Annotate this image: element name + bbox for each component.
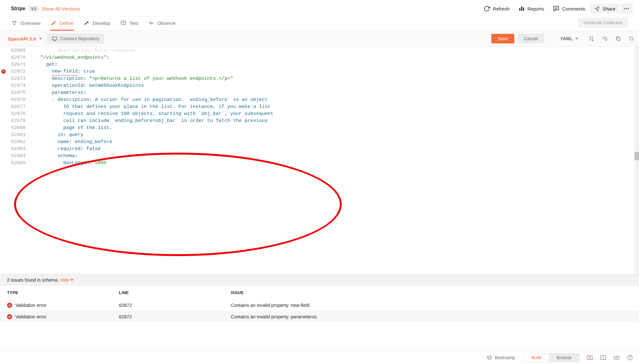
search-icon[interactable] (628, 35, 635, 42)
code-line[interactable]: description: "<p>Returns a list of your … (29, 75, 639, 82)
line-number: 62873 (2, 75, 26, 82)
api-name: Stripe (11, 6, 25, 11)
reports-button[interactable]: Reports (515, 4, 548, 14)
chevron-down-icon (39, 38, 42, 40)
svg-rect-18 (617, 38, 620, 41)
code-editor[interactable]: 6286962870628716287262873628746287562876… (0, 47, 639, 274)
svg-rect-25 (614, 356, 620, 359)
header: Stripe V3 Show All Versions Refresh Repo… (0, 0, 639, 16)
tab-test[interactable]: Test (120, 16, 139, 31)
svg-point-30 (618, 357, 618, 358)
build-browse-toggle: Build Browse (523, 353, 580, 362)
svg-rect-22 (590, 356, 592, 360)
line-number: 62869 (2, 47, 26, 54)
layout-icon[interactable] (600, 354, 606, 361)
code-line[interactable]: ID that defines your place in the list. … (29, 103, 639, 110)
refresh-icon (484, 5, 490, 12)
build-tab[interactable]: Build (524, 353, 549, 362)
col-issue: ISSUE (231, 290, 632, 295)
tabs: Overview Define Develop Test Observe (0, 16, 639, 31)
line-number: 62874 (2, 82, 26, 89)
code-line[interactable]: in: query (29, 132, 639, 139)
comments-icon (553, 5, 559, 12)
code-line[interactable]: page of the list. (29, 125, 639, 132)
code-line[interactable]: new-field: true (29, 68, 639, 75)
tab-define-label: Define (60, 20, 74, 26)
tab-overview[interactable]: Overview (11, 16, 41, 31)
footer: Bootcamp Build Browse (0, 351, 639, 364)
refresh-button[interactable]: Refresh (480, 4, 513, 14)
code-line[interactable]: maxLength: 5000 (29, 160, 639, 167)
col-line: LINE (119, 290, 231, 295)
line-number: 62880 (2, 125, 26, 132)
version-chip[interactable]: V3 (28, 6, 39, 12)
browse-tab[interactable]: Browse (549, 353, 579, 362)
share-button[interactable]: Share (590, 4, 619, 13)
line-number: 62879 (2, 118, 26, 125)
generate-collection-button[interactable]: Generate Collection (578, 18, 628, 28)
line-number: 62883 (2, 146, 26, 153)
copy-icon[interactable] (615, 35, 622, 42)
code-line[interactable]: - description: A cursor for use in pagin… (29, 96, 639, 103)
error-marker-icon[interactable] (1, 69, 6, 74)
svg-point-28 (616, 357, 616, 358)
beautify-icon[interactable] (588, 35, 595, 42)
issue-row[interactable]: Validation error62872Contains an invalid… (0, 300, 639, 311)
define-icon (51, 20, 57, 26)
connect-repo-label: Connect Repository (60, 36, 99, 41)
code-line[interactable]: call can include `ending_before=obj_bar`… (29, 118, 639, 125)
tab-test-label: Test (129, 20, 138, 26)
code-line[interactable]: parameterss: (29, 89, 639, 96)
svg-point-9 (15, 21, 17, 23)
comments-button[interactable]: Comments (549, 4, 589, 14)
line-number: 62870 (2, 54, 26, 61)
line-number: 62884 (2, 153, 26, 160)
repository-icon (52, 36, 58, 42)
svg-line-20 (633, 40, 634, 41)
language-dropdown[interactable]: YAML (557, 36, 581, 41)
code-line[interactable]: schema: (29, 153, 639, 160)
code-line[interactable]: request and receive 100 objects, startin… (29, 110, 639, 118)
help-icon[interactable] (627, 354, 633, 361)
col-type: TYPE (7, 290, 119, 295)
two-pane-icon[interactable] (587, 354, 593, 361)
refresh-label: Refresh (493, 6, 510, 11)
spec-dropdown[interactable]: OpenAPI 3.0 (6, 35, 44, 43)
issue-line: 62872 (119, 303, 231, 308)
scrollbar-vertical[interactable] (635, 47, 639, 274)
issue-row[interactable]: Validation error62872Contains an invalid… (0, 311, 639, 322)
keyboard-icon[interactable] (613, 354, 620, 361)
chevron-down-icon (70, 279, 74, 281)
line-number: 62881 (2, 132, 26, 139)
chevron-down-icon (575, 38, 578, 40)
scroll-thumb[interactable] (635, 152, 639, 160)
svg-rect-2 (523, 8, 524, 11)
code-line[interactable]: required: false (29, 146, 639, 153)
hide-issues-link[interactable]: Hide (60, 277, 74, 283)
code-line[interactable]: get: (29, 61, 639, 68)
code-line[interactable]: description: Error response. (29, 47, 639, 54)
show-all-versions-link[interactable]: Show All Versions (42, 6, 80, 11)
wrap-icon[interactable] (601, 35, 608, 42)
spec-label: OpenAPI 3.0 (8, 36, 36, 42)
connect-repository-button[interactable]: Connect Repository (47, 34, 104, 44)
tab-define[interactable]: Define (50, 16, 74, 31)
svg-point-33 (630, 359, 630, 359)
more-button[interactable] (620, 3, 633, 14)
bootcamp-link[interactable]: Bootcamp (487, 355, 515, 360)
save-button[interactable]: Save (491, 34, 514, 43)
bootcamp-icon (487, 355, 492, 360)
cancel-button[interactable]: Cancel (518, 34, 544, 43)
code-line[interactable]: operationId: GetWebhookEndpoints (29, 82, 639, 89)
code-line[interactable]: "/v1/webhook_endpoints": (29, 54, 639, 61)
line-number: 62871 (2, 61, 26, 68)
tab-develop-label: Develop (93, 20, 110, 26)
svg-rect-13 (53, 37, 57, 40)
svg-point-29 (617, 357, 617, 358)
share-label: Share (603, 6, 615, 11)
tab-observe[interactable]: Observe (148, 16, 176, 31)
svg-point-10 (14, 24, 15, 25)
svg-point-8 (12, 21, 14, 23)
tab-develop[interactable]: Develop (83, 16, 111, 31)
code-line[interactable]: name: ending_before (29, 139, 639, 146)
